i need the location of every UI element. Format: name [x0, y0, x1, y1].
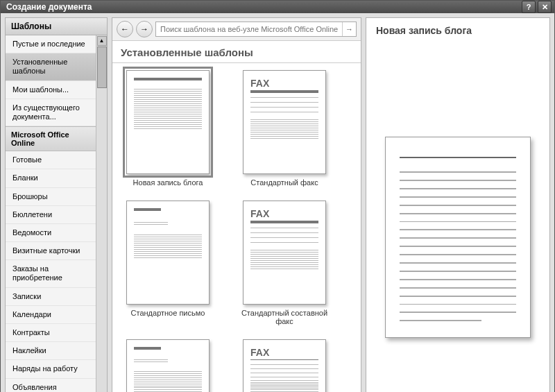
sidebar-item[interactable]: Календари [6, 306, 96, 324]
preview-pane: Новая запись блога Создать: докумен [366, 17, 550, 392]
sidebar-item[interactable]: Готовые [6, 151, 96, 169]
sidebar-item[interactable]: Визитные карточки [6, 242, 96, 260]
nav-back-button[interactable]: ← [117, 21, 133, 37]
template-thumb[interactable]: Стандартное письмо [117, 201, 219, 325]
preview-page [385, 137, 531, 338]
template-page-preview: FAX [243, 70, 326, 174]
template-thumb[interactable]: FAXСтандартный составной факс [233, 201, 336, 325]
dialog-body: Шаблоны Пустые и последниеУстановленные … [1, 13, 554, 392]
template-thumb[interactable] [117, 339, 219, 392]
preview-title: Новая запись блога [376, 25, 540, 36]
sidebar-item[interactable]: Наклейки [6, 342, 96, 360]
scroll-up-icon[interactable]: ▲ [97, 36, 107, 46]
window-title: Создание документа [3, 2, 520, 12]
search-input[interactable] [156, 25, 342, 33]
section-title: Установленные шаблоны [112, 41, 361, 63]
scroll-thumb[interactable] [97, 46, 107, 88]
arrow-right-icon: → [345, 25, 353, 33]
sidebar-item[interactable]: Наряды на работу [6, 360, 96, 378]
sidebar-item[interactable]: Записки [6, 288, 96, 306]
search-box: → [155, 22, 357, 37]
sidebar-item[interactable]: Из существующего документа... [6, 99, 96, 126]
template-page-preview [126, 70, 210, 174]
template-page-preview: FAX [243, 201, 326, 305]
template-gallery: Новая запись блогаFAXСтандартный факсСта… [112, 63, 361, 392]
sidebar-item[interactable]: Заказы на приобретение [6, 260, 96, 287]
nav-forward-button[interactable]: → [136, 21, 153, 37]
sidebar-header: Шаблоны [6, 18, 107, 35]
sidebar-item[interactable]: Мои шаблоны... [6, 81, 96, 99]
sidebar-list: Пустые и последниеУстановленные шаблоныМ… [6, 35, 96, 392]
template-page-preview [126, 339, 210, 392]
sidebar: Шаблоны Пустые и последниеУстановленные … [5, 17, 108, 392]
template-caption: Новая запись блога [133, 178, 203, 187]
preview-body [376, 44, 540, 392]
search-go-button[interactable]: → [342, 22, 356, 36]
sidebar-item[interactable]: Брошюры [6, 188, 96, 206]
template-caption: Стандартное письмо [131, 309, 205, 317]
template-thumb[interactable]: FAXСтандартный факс [233, 70, 336, 187]
sidebar-item[interactable]: Ведомости [6, 224, 96, 242]
sidebar-item[interactable]: Бланки [6, 169, 96, 187]
sidebar-item[interactable]: Установленные шаблоны [6, 53, 96, 80]
template-page-preview [126, 201, 210, 305]
sidebar-subheader: Microsoft Office Online [6, 126, 96, 151]
sidebar-item[interactable]: Пустые и последние [6, 35, 96, 53]
arrow-right-icon: → [140, 24, 148, 34]
titlebar: Создание документа ? ✕ [1, 1, 554, 13]
dialog-window: Создание документа ? ✕ Шаблоны Пустые и … [0, 0, 555, 392]
center-pane: ← → → Установленные шаблоны Новая запись… [112, 17, 361, 392]
template-thumb[interactable]: Новая запись блога [117, 70, 219, 187]
help-button[interactable]: ? [522, 1, 536, 13]
sidebar-item[interactable]: Объявления [6, 379, 96, 392]
template-page-preview: FAX [243, 339, 326, 392]
template-caption: Стандартный факс [250, 178, 318, 187]
template-caption: Стандартный составной факс [239, 309, 330, 325]
sidebar-item[interactable]: Контракты [6, 324, 96, 342]
sidebar-scrollbar[interactable]: ▲ ▼ [96, 35, 107, 392]
arrow-left-icon: ← [121, 24, 129, 34]
template-thumb[interactable]: FAX [233, 339, 336, 392]
sidebar-item[interactable]: Бюллетени [6, 206, 96, 224]
close-button[interactable]: ✕ [538, 1, 552, 13]
toolbar: ← → → [112, 18, 361, 41]
